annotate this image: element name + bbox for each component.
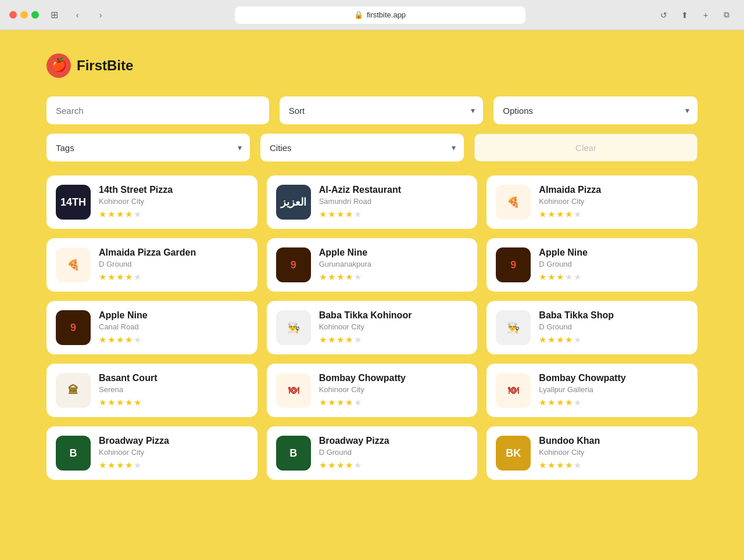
restaurant-stars: ★★★★★: [99, 397, 248, 408]
sort-select-wrapper: Sort ▾: [280, 96, 484, 124]
cities-select[interactable]: Cities: [260, 134, 464, 161]
filter-row-1: Sort ▾ Options ▾: [46, 96, 698, 124]
restaurant-card[interactable]: 👨‍🍳 Baba Tikka Kohinoor Kohinoor City ★★…: [267, 301, 478, 354]
restaurant-name: Apple Nine: [99, 310, 248, 321]
star-full-icon: ★: [99, 397, 106, 408]
restaurant-stars: ★★★★★: [539, 460, 688, 471]
restaurant-card[interactable]: 🍕 Almaida Pizza Kohinoor City ★★★★★: [487, 175, 698, 229]
restaurant-info: Broadway Pizza Kohinoor City ★★★★★: [99, 436, 248, 471]
refresh-button[interactable]: ↺: [656, 7, 672, 23]
app-name: FirstBite: [77, 58, 133, 74]
restaurant-card[interactable]: BK Bundoo Khan Kohinoor City ★★★★★: [487, 426, 698, 480]
star-full-icon: ★: [125, 209, 133, 220]
restaurant-card[interactable]: 9 Apple Nine Gurunanakpura ★★★★★: [267, 238, 478, 292]
search-input[interactable]: [46, 96, 269, 124]
restaurant-logo: 9: [56, 310, 91, 345]
restaurant-location: D Ground: [99, 260, 248, 268]
restaurant-card[interactable]: 🍽 Bombay Chowpatty Lyallpur Galleria ★★★…: [487, 364, 698, 417]
results-grid: 14TH 14th Street Pizza Kohinoor City ★★★…: [46, 175, 698, 480]
restaurant-card[interactable]: 👨‍🍳 Baba Tikka Shop D Ground ★★★★★: [487, 301, 698, 354]
star-full-icon: ★: [539, 397, 546, 408]
star-full-icon: ★: [99, 272, 106, 282]
tabs-button[interactable]: ⧉: [718, 7, 735, 23]
star-empty-icon: ★: [565, 272, 573, 282]
restaurant-stars: ★★★★★: [539, 272, 688, 282]
restaurant-stars: ★★★★★: [319, 272, 468, 282]
restaurant-location: D Ground: [539, 322, 688, 331]
star-full-icon: ★: [556, 460, 564, 471]
restaurant-info: Apple Nine D Ground ★★★★★: [539, 247, 688, 282]
restaurant-info: Almaida Pizza Garden D Ground ★★★★★: [99, 247, 248, 282]
restaurant-stars: ★★★★★: [539, 335, 688, 345]
star-full-icon: ★: [337, 335, 344, 345]
sort-select[interactable]: Sort: [280, 96, 484, 124]
restaurant-card[interactable]: 🏛 Basant Court Serena ★★★★★: [46, 364, 257, 417]
restaurant-card[interactable]: 9 Apple Nine Canal Road ★★★★★: [46, 301, 257, 354]
restaurant-name: Broadway Pizza: [99, 436, 248, 446]
restaurant-name: Baba Tikka Kohinoor: [319, 310, 468, 321]
restaurant-card[interactable]: B Broadway Pizza Kohinoor City ★★★★★: [46, 426, 257, 480]
restaurant-name: Broadway Pizza: [319, 436, 468, 446]
restaurant-info: Apple Nine Gurunanakpura ★★★★★: [319, 247, 468, 282]
star-full-icon: ★: [125, 272, 133, 282]
restaurant-location: Gurunanakpura: [319, 260, 468, 268]
star-full-icon: ★: [328, 397, 335, 408]
star-empty-icon: ★: [354, 460, 362, 471]
options-select[interactable]: Options: [493, 96, 698, 124]
star-full-icon: ★: [565, 335, 573, 345]
new-tab-button[interactable]: +: [698, 7, 714, 23]
svg-text:🍎: 🍎: [51, 57, 67, 73]
star-empty-icon: ★: [574, 397, 581, 408]
forward-button[interactable]: ›: [92, 7, 109, 23]
star-full-icon: ★: [328, 209, 335, 220]
restaurant-card[interactable]: 14TH 14th Street Pizza Kohinoor City ★★★…: [46, 175, 257, 229]
star-full-icon: ★: [345, 272, 353, 282]
tags-select[interactable]: Tags: [46, 134, 250, 161]
star-full-icon: ★: [539, 272, 546, 282]
restaurant-card[interactable]: العزيز Al-Aziz Restaurant Samundri Road …: [267, 175, 478, 229]
star-full-icon: ★: [108, 397, 115, 408]
star-full-icon: ★: [328, 335, 335, 345]
star-full-icon: ★: [108, 335, 115, 345]
sidebar-toggle-button[interactable]: ⊞: [46, 7, 62, 23]
restaurant-stars: ★★★★★: [99, 335, 248, 345]
star-full-icon: ★: [548, 209, 555, 220]
cities-select-wrapper: Cities ▾: [260, 134, 464, 161]
star-full-icon: ★: [548, 335, 555, 345]
star-full-icon: ★: [345, 397, 353, 408]
star-full-icon: ★: [116, 209, 124, 220]
star-full-icon: ★: [328, 272, 335, 282]
restaurant-location: Samundri Road: [319, 197, 468, 206]
star-full-icon: ★: [319, 397, 327, 408]
address-bar[interactable]: 🔒 firstbite.app: [235, 6, 525, 24]
share-button[interactable]: ⬆: [677, 7, 693, 23]
star-full-icon: ★: [565, 209, 573, 220]
star-full-icon: ★: [345, 335, 353, 345]
restaurant-card[interactable]: 🍕 Almaida Pizza Garden D Ground ★★★★★: [46, 238, 257, 292]
browser-chrome: ⊞ ‹ › 🔒 firstbite.app ↺ ⬆ + ⧉: [0, 0, 744, 30]
restaurant-card[interactable]: 🍽 Bombay Chowpatty Kohinoor City ★★★★★: [267, 364, 478, 417]
restaurant-info: Bundoo Khan Kohinoor City ★★★★★: [539, 436, 688, 471]
close-button[interactable]: [9, 11, 17, 19]
maximize-button[interactable]: [31, 11, 39, 19]
restaurant-stars: ★★★★★: [99, 460, 248, 471]
star-full-icon: ★: [319, 460, 327, 471]
star-empty-icon: ★: [354, 209, 362, 220]
restaurant-card[interactable]: 9 Apple Nine D Ground ★★★★★: [487, 238, 698, 292]
star-full-icon: ★: [548, 397, 555, 408]
restaurant-card[interactable]: B Broadway Pizza D Ground ★★★★★: [267, 426, 478, 480]
minimize-button[interactable]: [20, 11, 28, 19]
restaurant-logo: 9: [276, 247, 311, 282]
clear-button[interactable]: Clear: [474, 134, 698, 161]
star-empty-icon: ★: [134, 335, 141, 345]
tags-select-wrapper: Tags ▾: [46, 134, 250, 161]
restaurant-name: Bombay Chowpatty: [319, 373, 468, 383]
star-full-icon: ★: [548, 460, 555, 471]
restaurant-logo: 🏛: [56, 373, 91, 408]
restaurant-logo: B: [56, 436, 91, 471]
restaurant-logo: 🍽: [496, 373, 531, 408]
restaurant-logo: 9: [496, 247, 531, 282]
traffic-lights: [9, 11, 39, 19]
back-button[interactable]: ‹: [69, 7, 85, 23]
url-text: firstbite.app: [367, 10, 406, 19]
